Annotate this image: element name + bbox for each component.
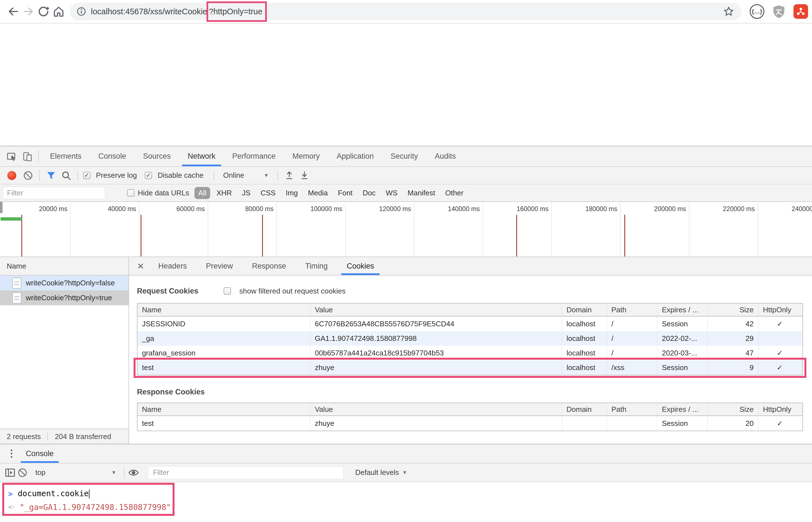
column-header[interactable]: HttpOnly <box>758 403 801 416</box>
console-sidebar-icon[interactable] <box>4 466 16 479</box>
cookie-size-cell: 29 <box>708 331 758 346</box>
reload-button[interactable] <box>36 4 51 19</box>
home-button[interactable] <box>51 4 66 19</box>
import-har-icon[interactable] <box>283 169 295 182</box>
hide-data-urls-checkbox[interactable] <box>127 189 134 197</box>
column-header[interactable]: Path <box>607 403 657 416</box>
chip-css[interactable]: CSS <box>257 187 279 199</box>
braces-extension-icon[interactable]: {…} <box>750 4 764 19</box>
column-header[interactable]: Path <box>607 304 657 316</box>
column-header[interactable]: Domain <box>562 403 607 416</box>
back-button[interactable] <box>6 4 21 19</box>
timeline-gridline <box>139 202 139 257</box>
details-tab-headers[interactable]: Headers <box>149 257 196 275</box>
cookie-row[interactable]: JSESSIONID6C7076B2653A48CB55576D75F9E5CD… <box>137 317 803 331</box>
network-overview-timeline[interactable]: 20000 ms40000 ms60000 ms80000 ms100000 m… <box>0 202 812 257</box>
device-toolbar-icon[interactable] <box>20 146 35 166</box>
chip-media[interactable]: Media <box>304 187 332 199</box>
tab-network[interactable]: Network <box>179 146 224 166</box>
filter-icon[interactable] <box>45 169 57 182</box>
chip-ws[interactable]: WS <box>382 187 402 199</box>
console-output[interactable]: > document.cookie <· "_ga=GA1.1.90747249… <box>0 482 812 521</box>
details-tab-response[interactable]: Response <box>243 257 296 275</box>
column-header[interactable]: Size <box>708 304 758 316</box>
bookmark-star-icon[interactable] <box>723 6 735 17</box>
clear-button[interactable] <box>22 169 34 182</box>
column-header[interactable]: Size <box>708 403 758 416</box>
column-header[interactable]: Expires / ... <box>657 403 708 416</box>
forward-button[interactable] <box>21 4 36 19</box>
export-har-icon[interactable] <box>298 169 311 182</box>
request-row[interactable]: writeCookie?httpOnly=true <box>0 290 129 305</box>
response-cookies-title: Response Cookies <box>137 388 812 396</box>
show-filtered-cookies-checkbox[interactable] <box>224 287 231 295</box>
chip-img[interactable]: Img <box>282 187 302 199</box>
request-row[interactable]: writeCookie?httpOnly=false <box>0 276 129 290</box>
tab-application[interactable]: Application <box>328 146 382 166</box>
cookie-row[interactable]: testzhuyeSession20✓ <box>137 416 803 430</box>
column-header[interactable]: HttpOnly <box>758 304 801 316</box>
red-extension-icon[interactable] <box>793 4 808 19</box>
clear-console-icon[interactable] <box>16 466 28 479</box>
overflow-menu-icon[interactable] <box>5 444 18 463</box>
active-tab-underline <box>341 273 380 275</box>
preserve-log-label: Preserve log <box>96 171 137 180</box>
timeline-tick-label: 120000 ms <box>379 205 414 213</box>
tab-console[interactable]: Console <box>90 146 135 166</box>
page-info-icon[interactable] <box>76 6 86 17</box>
details-tabbar: ✕ HeadersPreviewResponseTimingCookies <box>129 257 812 276</box>
log-levels-select[interactable]: Default levels ▼ <box>355 468 407 477</box>
cookie-row[interactable]: testzhuyelocalhost/xssSession9✓ <box>137 360 803 375</box>
preserve-log-checkbox[interactable]: ✓ <box>83 172 90 179</box>
column-header[interactable]: Name <box>137 403 310 416</box>
address-bar[interactable]: localhost:45678/xss/writeCookie?httpOnly… <box>70 3 741 20</box>
request-list-header[interactable]: Name <box>0 257 129 276</box>
network-filter-input[interactable] <box>3 187 105 199</box>
details-tab-timing[interactable]: Timing <box>296 257 337 275</box>
chip-doc[interactable]: Doc <box>359 187 379 199</box>
chip-other[interactable]: Other <box>441 187 467 199</box>
load-event-line <box>140 215 141 257</box>
tab-security[interactable]: Security <box>382 146 426 166</box>
console-filter-input[interactable] <box>148 466 344 479</box>
close-icon[interactable]: ✕ <box>132 257 149 275</box>
console-input-line[interactable]: > document.cookie <box>4 487 173 500</box>
devtools-drawer: Console top ▼ <box>0 444 812 521</box>
column-header[interactable]: Value <box>310 304 562 316</box>
disable-cache-checkbox[interactable]: ✓ <box>145 172 152 179</box>
chip-all[interactable]: All <box>194 187 210 199</box>
column-header[interactable]: Value <box>310 403 562 416</box>
column-header[interactable]: Name <box>137 304 310 316</box>
drawer-tab-console[interactable]: Console <box>18 444 61 463</box>
execution-context-select[interactable]: top ▼ <box>28 468 121 477</box>
chevron-down-icon: ▼ <box>111 470 116 476</box>
tab-performance[interactable]: Performance <box>224 146 284 166</box>
cookie-row[interactable]: _gaGA1.1.907472498.1580877998localhost/2… <box>137 331 803 346</box>
cookie-row[interactable]: grafana_session00b65787a441a24ca18c915b9… <box>137 346 803 360</box>
tab-audits[interactable]: Audits <box>426 146 464 166</box>
live-expression-eye-icon[interactable] <box>128 466 140 479</box>
search-icon[interactable] <box>60 169 72 182</box>
chip-xhr[interactable]: XHR <box>212 187 236 199</box>
details-tab-cookies[interactable]: Cookies <box>337 257 384 275</box>
timeline-handle[interactable] <box>0 202 2 213</box>
tab-elements[interactable]: Elements <box>41 146 90 166</box>
cookie-httponly-cell: ✓ <box>758 346 801 360</box>
console-expression: document.cookie <box>18 489 90 499</box>
column-header[interactable]: Domain <box>562 304 607 316</box>
timeline-gridline <box>414 202 414 257</box>
details-tab-preview[interactable]: Preview <box>196 257 243 275</box>
tab-memory[interactable]: Memory <box>284 146 328 166</box>
browser-window: localhost:45678/xss/writeCookie?httpOnly… <box>0 0 812 522</box>
chip-manifest[interactable]: Manifest <box>404 187 439 199</box>
transferred-size: 204 B transferred <box>47 432 118 441</box>
cookie-value-cell: 6C7076B2653A48CB55576D75F9E5CD44 <box>310 317 562 331</box>
shield-extension-icon[interactable] <box>772 4 786 19</box>
tab-sources[interactable]: Sources <box>135 146 179 166</box>
record-button[interactable] <box>7 171 16 180</box>
throttling-select[interactable]: Online ▼ <box>219 171 272 180</box>
inspect-element-icon[interactable] <box>4 146 20 166</box>
chip-js[interactable]: JS <box>238 187 254 199</box>
chip-font[interactable]: Font <box>334 187 356 199</box>
column-header[interactable]: Expires / ... <box>657 304 708 316</box>
